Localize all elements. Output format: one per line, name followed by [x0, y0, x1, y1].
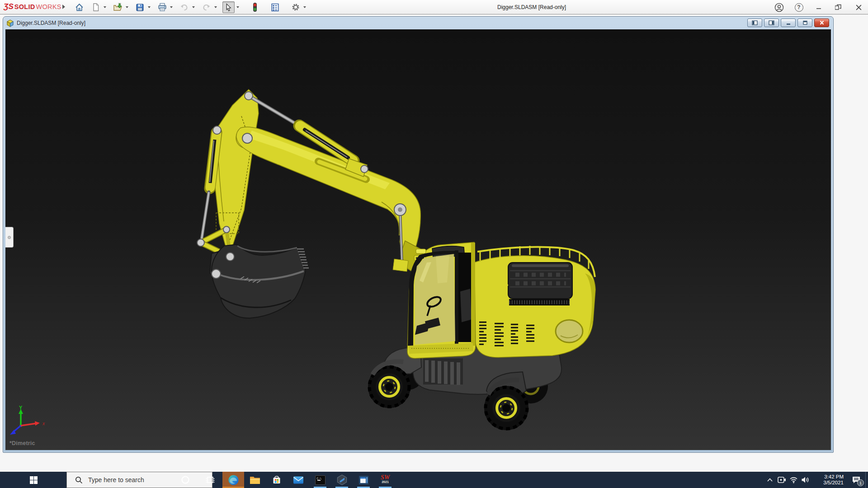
help-glyph: ?	[797, 4, 800, 10]
task-view-button[interactable]	[199, 472, 221, 488]
chevron-up-icon	[767, 478, 773, 482]
start-button[interactable]	[22, 472, 45, 488]
new-document-icon	[91, 3, 100, 12]
redo-icon	[202, 3, 211, 12]
select-tool-button[interactable]	[222, 1, 235, 13]
select-tool-dropdown[interactable]	[235, 1, 241, 13]
mail-icon	[293, 476, 304, 484]
expand-menu-arrow-icon[interactable]	[62, 5, 65, 9]
open-dropdown[interactable]	[124, 1, 130, 13]
cortana-button[interactable]	[175, 472, 196, 488]
panel-tab-dot-icon	[8, 236, 11, 239]
restore-icon	[835, 4, 842, 11]
sw-year: 2021	[382, 480, 389, 484]
doc-close-icon	[819, 20, 825, 25]
edrawings-hexagon-icon	[337, 474, 347, 485]
task-view-icon	[206, 475, 215, 484]
options-button[interactable]	[289, 1, 302, 13]
minimize-app-button[interactable]	[812, 0, 826, 14]
assembly-icon	[6, 19, 14, 27]
featuremanager-collapsed-tab[interactable]	[5, 227, 14, 248]
logo-mark: ƷS	[4, 2, 14, 11]
save-button[interactable]	[134, 1, 146, 13]
notification-badge: 1	[857, 479, 864, 486]
graphics-viewport[interactable]: Y x *Dimetric	[5, 29, 831, 450]
open-button[interactable]	[112, 1, 124, 13]
task-list-button[interactable]	[269, 1, 281, 13]
restore-app-button[interactable]	[832, 0, 845, 14]
windows-taskbar: Type here to search	[0, 472, 868, 488]
excavator-model[interactable]	[5, 29, 831, 450]
sw-letters: SW	[381, 475, 390, 480]
traffic-light-icon	[251, 2, 259, 12]
account-button[interactable]	[772, 0, 786, 14]
taskbar-clock[interactable]: 3:42 PM 3/5/2021	[814, 474, 844, 486]
help-icon: ?	[795, 3, 803, 12]
redo-button[interactable]	[200, 1, 212, 13]
undo-button[interactable]	[178, 1, 190, 13]
volume-button[interactable]	[799, 472, 811, 488]
taskbar-edrawings-button[interactable]	[331, 472, 353, 488]
meet-now-button[interactable]	[776, 472, 788, 488]
home-icon	[75, 3, 84, 12]
help-button[interactable]: ?	[792, 0, 806, 14]
clock-time: 3:42 PM	[814, 474, 844, 480]
solidworks-logo: ƷS SOLID WORKS	[4, 2, 61, 11]
left-pane-icon	[752, 20, 758, 25]
edge-icon	[228, 474, 239, 486]
main-toolbar	[73, 1, 307, 14]
taskbar-app-window-button[interactable]	[353, 472, 374, 488]
taskbar-command-prompt-button[interactable]: C:\	[309, 472, 331, 488]
store-icon	[272, 475, 282, 485]
restore-document-button[interactable]	[797, 19, 812, 27]
close-document-button[interactable]	[814, 19, 829, 27]
gear-icon	[291, 2, 301, 12]
triad-y-label: Y	[19, 405, 23, 410]
show-desktop-button[interactable]	[865, 472, 868, 488]
taskbar-file-explorer-button[interactable]	[244, 472, 266, 488]
toggle-left-pane-button[interactable]	[747, 19, 762, 27]
account-icon	[774, 3, 784, 12]
doc-minimize-icon	[786, 21, 791, 25]
new-document-button[interactable]	[90, 1, 102, 13]
print-dropdown[interactable]	[168, 1, 174, 13]
taskbar-edge-button[interactable]	[222, 472, 244, 488]
close-icon	[855, 4, 862, 11]
home-button[interactable]	[73, 1, 85, 13]
network-button[interactable]	[788, 472, 799, 488]
tray-chevron-button[interactable]	[764, 472, 776, 488]
save-dropdown[interactable]	[146, 1, 152, 13]
options-dropdown[interactable]	[302, 1, 307, 13]
doc-restore-icon	[802, 20, 808, 25]
meet-now-icon	[778, 476, 786, 483]
redo-dropdown[interactable]	[212, 1, 218, 13]
document-window: Digger.SLDASM [Read-only]	[3, 16, 834, 453]
wifi-icon	[789, 477, 798, 483]
close-app-button[interactable]	[852, 0, 865, 14]
action-center-button[interactable]: 1	[847, 472, 865, 488]
minimize-icon	[816, 4, 822, 10]
right-pane-icon	[769, 20, 774, 25]
selection-indicator-button[interactable]	[249, 1, 261, 13]
app-window-title: Digger.SLDASM [Read-only]	[497, 4, 566, 10]
toggle-right-pane-button[interactable]	[764, 19, 779, 27]
system-tray: 3:42 PM 3/5/2021 1	[764, 472, 868, 488]
undo-dropdown[interactable]	[190, 1, 196, 13]
undo-icon	[179, 3, 189, 12]
app-titlebar: ƷS SOLID WORKS	[0, 0, 868, 14]
taskbar-mail-button[interactable]	[288, 472, 309, 488]
taskbar-store-button[interactable]	[266, 472, 288, 488]
command-prompt-icon: C:\	[315, 475, 326, 485]
file-explorer-icon	[250, 475, 260, 484]
new-document-dropdown[interactable]	[102, 1, 108, 13]
search-icon	[75, 476, 83, 484]
minimize-document-button[interactable]	[781, 19, 796, 27]
open-folder-icon	[113, 2, 123, 12]
speaker-icon	[801, 476, 810, 483]
print-button[interactable]	[156, 1, 168, 13]
view-orientation-label: *Dimetric	[9, 440, 35, 446]
taskbar-solidworks-button[interactable]: SW 2021	[374, 472, 396, 488]
cmd-glyph: C:\	[317, 477, 322, 480]
document-titlebar[interactable]: Digger.SLDASM [Read-only]	[3, 17, 833, 29]
orientation-triad: Y x	[8, 405, 52, 442]
